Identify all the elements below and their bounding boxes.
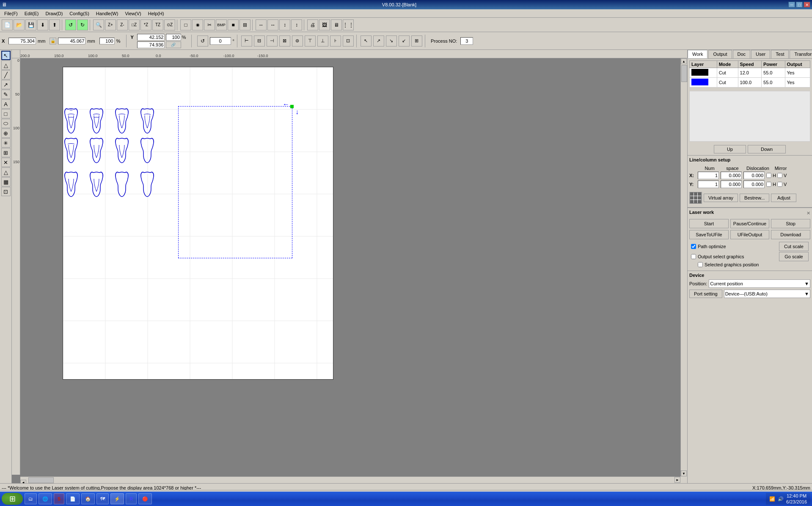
download-button[interactable]: Download	[771, 230, 810, 239]
y-space-input[interactable]	[721, 181, 742, 188]
bezier-tool[interactable]: ↗	[1, 80, 11, 89]
bitmap-tool[interactable]: ⊡	[1, 187, 11, 196]
redo-button[interactable]: ↻	[77, 19, 88, 30]
menu-help[interactable]: Help(H)	[145, 10, 168, 17]
down-button[interactable]: Down	[748, 145, 786, 153]
virtual-array-button[interactable]: Virtual array	[704, 194, 738, 202]
monitor-button[interactable]: 🖥	[331, 19, 342, 30]
y-num-input[interactable]	[698, 181, 719, 188]
crosshair-tool[interactable]: ⊕	[1, 129, 11, 138]
ellipse-tool[interactable]: ⬭	[1, 119, 11, 128]
table-row[interactable]: Cut 100.0 55.0 Yes	[690, 78, 810, 88]
go-scale-button[interactable]: Go scale	[779, 252, 809, 261]
x-position-input[interactable]	[8, 38, 36, 44]
y-size-input[interactable]	[137, 41, 165, 48]
table-row[interactable]: Cut 12.0 55.0 Yes	[690, 68, 810, 78]
open-button[interactable]: 📂	[14, 19, 25, 30]
rotate-input[interactable]	[210, 37, 231, 45]
rect-draw-tool[interactable]: □	[1, 109, 11, 118]
tab-doc[interactable]: Doc	[733, 50, 751, 58]
align-center-v-button[interactable]: ⊥	[317, 36, 328, 46]
menu-config[interactable]: Config(S)	[66, 10, 92, 17]
ufile-output-button[interactable]: UFileOutput	[730, 230, 770, 239]
align-distribute-button[interactable]: ⊠	[279, 36, 290, 46]
array-button[interactable]: ⊞	[239, 19, 250, 30]
corner-center-button[interactable]: ⊞	[411, 36, 422, 46]
taskbar-explorer[interactable]: 🗂	[25, 493, 37, 504]
align-right-button[interactable]: ⊣	[267, 36, 278, 46]
position-dropdown[interactable]: Current position ▼	[709, 279, 810, 288]
port-setting-button[interactable]: Port setting	[689, 290, 722, 298]
text-tool[interactable]: A	[1, 99, 11, 109]
y-position-input[interactable]	[137, 34, 165, 41]
scroll-down-button[interactable]: ▼	[681, 470, 687, 476]
start-button[interactable]: ⊞	[2, 493, 23, 505]
taskbar-r[interactable]: R	[126, 493, 137, 504]
menu-edit[interactable]: Edit(E)	[21, 10, 42, 17]
pause-button[interactable]: Pause/Continue	[730, 219, 770, 228]
adjust-button[interactable]: Adjust	[771, 194, 796, 202]
x-pct-input[interactable]	[99, 38, 115, 44]
measure-tool[interactable]: △	[1, 167, 11, 177]
corner-br-button[interactable]: ↘	[386, 36, 397, 46]
start-button[interactable]: Start	[689, 219, 729, 228]
x-disloc-input[interactable]	[743, 172, 765, 179]
align-bottom-button[interactable]: ⊦	[330, 36, 341, 46]
preview-button[interactable]: 🖼	[319, 19, 330, 30]
x-size-input[interactable]	[58, 38, 85, 44]
selected-pos-check[interactable]	[698, 262, 703, 267]
tab-user[interactable]: User	[751, 50, 770, 58]
up-button[interactable]: Up	[714, 145, 746, 153]
y-pct-input[interactable]	[166, 34, 181, 41]
array-icon[interactable]	[689, 192, 702, 204]
bestrew-button[interactable]: Bestrew...	[740, 194, 769, 202]
y-mirror-v-check[interactable]	[777, 182, 782, 187]
minimize-button[interactable]: ─	[788, 2, 795, 8]
taskbar-app5[interactable]: 🏠	[81, 493, 95, 504]
tab-work[interactable]: Work	[688, 50, 707, 58]
y-disloc-input[interactable]	[743, 181, 765, 188]
print-button[interactable]: 🖨	[307, 19, 318, 30]
tab-transform[interactable]: Transform	[790, 50, 812, 58]
taskbar-pdf[interactable]: 📄	[66, 493, 80, 504]
canvas-area[interactable]: 200.0 150.0 100.0 50.0 0.0 -50.0 -100.0 …	[12, 50, 687, 483]
zoom-button[interactable]: Z+	[105, 19, 116, 30]
hscroll-thumb[interactable]	[28, 477, 54, 483]
vertical-scrollbar[interactable]: ▲ ▼	[680, 58, 687, 476]
zoom-text-button[interactable]: TZ	[152, 19, 163, 30]
menu-handle[interactable]: Handle(W)	[93, 10, 122, 17]
freehand-tool[interactable]: ✎	[1, 90, 11, 99]
menu-file[interactable]: File(F)	[1, 10, 21, 17]
x-num-input[interactable]	[698, 172, 719, 179]
stop-button[interactable]: Stop	[771, 219, 810, 228]
close-button[interactable]: ✕	[804, 2, 810, 8]
flip-h-button[interactable]: ↔	[256, 19, 267, 30]
fill-button[interactable]: ■	[228, 19, 239, 30]
align-top-button[interactable]: ⊤	[305, 36, 316, 46]
zoom-out-button[interactable]: Z-	[117, 19, 128, 30]
menu-draw[interactable]: Draw(D)	[42, 10, 66, 17]
flip-v2-button[interactable]: ↕	[291, 19, 302, 30]
align-left-button[interactable]: ⊢	[241, 36, 252, 46]
scroll-left-button[interactable]: ◄	[20, 480, 26, 484]
laser-work-close[interactable]: ✕	[806, 211, 810, 216]
export-button[interactable]: ⬆	[49, 19, 60, 30]
corner-bl-button[interactable]: ↙	[399, 36, 410, 46]
node-tool[interactable]: △	[1, 60, 11, 70]
aspect-lock-button[interactable]: 🔗	[166, 41, 181, 48]
corner-tl-button[interactable]: ↖	[361, 36, 372, 46]
corner-tr-button[interactable]: ↗	[373, 36, 384, 46]
save-to-file-button[interactable]: SaveToUFile	[689, 230, 729, 239]
taskbar-maps[interactable]: 🗺	[96, 493, 109, 504]
horizontal-scrollbar[interactable]: ◄ ►	[20, 476, 680, 483]
save-button[interactable]: 💾	[25, 19, 36, 30]
path-optimize-check[interactable]	[691, 244, 696, 249]
cut-tool[interactable]: ✂	[204, 19, 215, 30]
taskbar-chrome[interactable]: 🌐	[39, 493, 52, 504]
canvas-viewport[interactable]: ← ↓	[20, 58, 680, 476]
line-tool[interactable]: ╱	[1, 70, 11, 79]
x-space-input[interactable]	[721, 172, 742, 179]
zoom-in-button[interactable]: 🔍	[93, 19, 104, 30]
settings-button[interactable]: ⋮⋮	[343, 19, 354, 30]
align-button5[interactable]: ⊜	[292, 36, 303, 46]
